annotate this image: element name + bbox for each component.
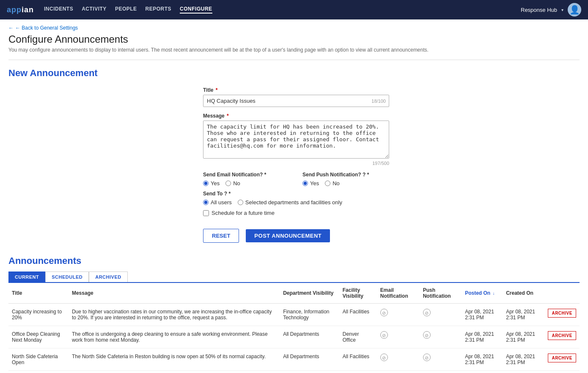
title-group: Title * 18/100 [203,87,389,107]
message-required: * [227,113,229,119]
row-email: ⊘ [377,326,420,348]
row-push: ⊘ [420,348,462,371]
email-yes-option[interactable]: Yes [203,180,220,186]
email-no-option[interactable]: No [225,180,240,186]
send-to-group: Send To ? * All users Selected departmen… [203,191,389,206]
row-created: Apr 08, 2021 2:31 PM [503,304,544,326]
col-message: Message [69,283,280,304]
send-to-all-option[interactable]: All users [203,199,232,206]
nav-incidents[interactable]: INCIDENTS [44,6,73,14]
avatar[interactable]: 👤 [568,3,581,16]
row-posted: Apr 08, 2021 2:31 PM [462,304,503,326]
message-char-count: 197/500 [203,161,389,166]
table-header-row: Title Message Department Visibility Faci… [8,283,580,304]
row-title: Office Deep Cleaning Next Monday [8,326,69,348]
push-yes-option[interactable]: Yes [302,180,319,186]
announcements-table-container: Title Message Department Visibility Faci… [8,282,580,371]
schedule-checkbox[interactable] [203,210,209,216]
row-action: ARCHIVE [544,348,580,371]
tab-archived[interactable]: ARCHIVED [89,272,127,282]
email-yes-radio[interactable] [203,181,209,186]
nav-configure[interactable]: CONFIGURE [180,6,212,14]
announcements-section: Announcements CURRENT SCHEDULED ARCHIVED… [8,255,580,371]
tab-current[interactable]: CURRENT [8,272,45,282]
col-title: Title [8,283,69,304]
row-message: The office is undergoing a deep cleaning… [69,326,280,348]
email-radio-options: Yes No [203,180,290,186]
push-notif-label: Send Push Notification? ? * [302,172,389,178]
email-no-radio[interactable] [225,181,231,186]
announcement-tabs: CURRENT SCHEDULED ARCHIVED [8,272,580,282]
new-announcement-section: New Announcement Title * 18/100 Message … [8,68,580,243]
notification-options: Send Email Notification? * Yes No [203,172,389,186]
col-action [544,283,580,304]
row-push: ⊘ [420,304,462,326]
send-to-options: All users Selected departments and facil… [203,199,389,206]
col-posted-on[interactable]: Posted On ↓ [462,283,503,304]
post-announcement-button[interactable]: POST ANNOUNCEMENT [246,229,330,242]
push-notif-info-icon[interactable]: ? [363,172,365,178]
page-subtitle: You may configure announcements to displ… [8,47,580,53]
tab-scheduled[interactable]: SCHEDULED [45,272,89,282]
new-announcement-form: Title * 18/100 Message * The capacity li… [203,87,389,243]
message-label: Message * [203,113,389,119]
push-notif-icon: ⊘ [423,309,431,316]
app-name-label: Response Hub [521,7,557,13]
email-notif-icon: ⊘ [380,331,388,339]
announcements-table: Title Message Department Visibility Faci… [8,283,580,371]
page-title: Configure Announcements [8,33,580,45]
push-yes-radio[interactable] [302,181,308,186]
row-push: ⊘ [420,326,462,348]
table-row: North Side Cafeteria Open The North Side… [8,348,580,371]
table-row: Office Deep Cleaning Next Monday The off… [8,326,580,348]
push-notification-group: Send Push Notification? ? * Yes No [302,172,389,186]
nav-activity[interactable]: ACTIVITY [82,6,107,14]
email-notif-icon: ⊘ [380,309,388,316]
row-message: The North Side Cafeteria in Reston build… [69,348,280,371]
chevron-down-icon[interactable]: ▾ [561,8,563,12]
title-label: Title * [203,87,389,93]
divider [8,60,580,60]
row-facility: All Facilities [339,348,377,371]
title-required: * [216,87,218,93]
send-to-all-radio[interactable] [203,200,209,205]
sort-icon: ↓ [492,291,495,296]
archive-button[interactable]: ARCHIVE [548,309,576,318]
nav-people[interactable]: PEOPLE [115,6,137,14]
push-no-radio[interactable] [325,181,330,186]
row-email: ⊘ [377,304,420,326]
row-facility: Denver Office [339,326,377,348]
title-input-wrapper: 18/100 [203,95,389,107]
row-posted: Apr 08, 2021 2:31 PM [462,326,503,348]
back-link[interactable]: ← ← Back to General Settings [8,25,78,31]
row-email: ⊘ [377,348,420,371]
row-title: North Side Cafeteria Open [8,348,69,371]
back-arrow-icon: ← [8,25,14,31]
col-push-notif: Push Notification [420,283,462,304]
push-no-option[interactable]: No [325,180,340,186]
announcements-section-title: Announcements [8,255,580,266]
send-to-selected-radio[interactable] [238,200,243,205]
row-dept: Finance, Information Technology [280,304,339,326]
send-to-selected-option[interactable]: Selected departments and facilities only [238,199,342,206]
message-input[interactable]: The capacity limit for HQ has been incre… [203,121,389,159]
row-action: ARCHIVE [544,304,580,326]
reset-button[interactable]: RESET [203,229,239,243]
row-facility: All Facilities [339,304,377,326]
send-to-label: Send To ? * [203,191,389,197]
send-to-info-icon[interactable]: ? [224,191,227,197]
row-created: Apr 08, 2021 2:31 PM [503,326,544,348]
row-created: Apr 08, 2021 2:31 PM [503,348,544,371]
top-navigation: appian INCIDENTS ACTIVITY PEOPLE REPORTS… [0,0,588,19]
row-title: Capacity increasing to 20% [8,304,69,326]
archive-button[interactable]: ARCHIVE [548,331,576,340]
row-dept: All Departments [280,326,339,348]
col-facility-visibility: Facility Visibility [339,283,377,304]
archive-button[interactable]: ARCHIVE [548,354,576,362]
col-created-on: Created On [503,283,544,304]
new-announcement-title: New Announcement [8,68,580,79]
title-input[interactable] [203,95,389,107]
col-dept-visibility: Department Visibility [280,283,339,304]
schedule-label: Schedule for a future time [212,210,275,216]
nav-reports[interactable]: REPORTS [146,6,172,14]
